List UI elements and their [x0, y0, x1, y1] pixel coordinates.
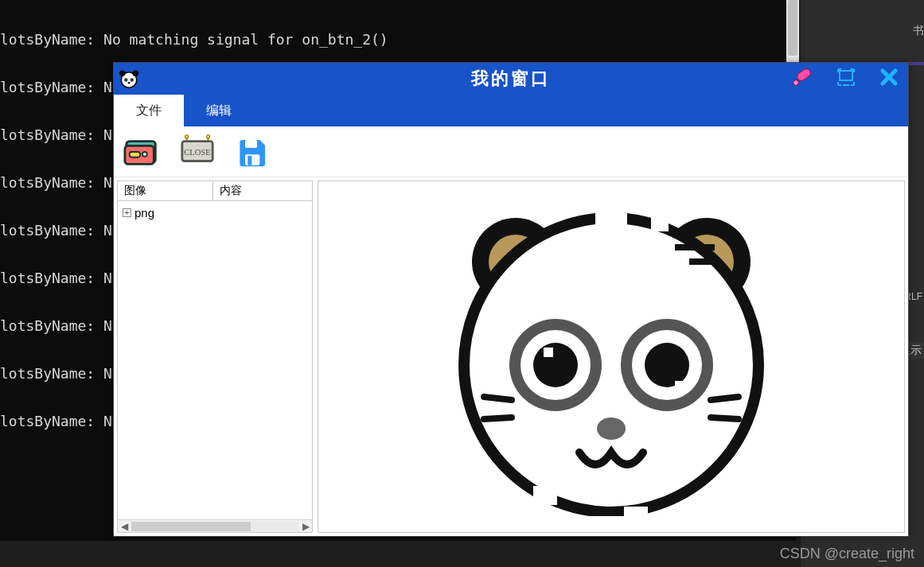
tree-col-image[interactable]: 图像 — [118, 181, 213, 200]
svg-rect-14 — [130, 152, 140, 157]
svg-line-45 — [484, 397, 512, 400]
svg-rect-32 — [533, 486, 557, 505]
svg-rect-23 — [248, 156, 251, 165]
svg-point-15 — [142, 152, 147, 157]
save-icon — [237, 136, 269, 168]
svg-point-2 — [133, 71, 139, 77]
open-folder-icon — [123, 134, 160, 170]
close-sign-icon: CLOSE — [179, 134, 216, 170]
svg-rect-8 — [840, 71, 852, 80]
svg-point-5 — [128, 82, 130, 83]
svg-line-46 — [484, 417, 512, 419]
menu-file[interactable]: 文件 — [114, 95, 184, 126]
image-viewer — [318, 181, 905, 533]
title-bar[interactable]: 我的窗口 — [114, 63, 908, 95]
svg-rect-24 — [245, 140, 257, 148]
minimize-button[interactable] — [792, 66, 814, 88]
svg-point-3 — [124, 78, 128, 82]
app-window: 我的窗口 文 — [113, 62, 909, 537]
svg-point-44 — [597, 417, 626, 440]
marker-icon — [792, 66, 814, 88]
content-area: 图像 内容 + png ◀ ▶ — [114, 177, 908, 536]
svg-rect-43 — [675, 381, 684, 390]
close-button[interactable] — [878, 66, 900, 88]
close-icon — [878, 66, 900, 88]
svg-rect-33 — [624, 507, 648, 516]
svg-rect-34 — [675, 244, 715, 250]
svg-rect-7 — [793, 80, 799, 86]
watermark: CSDN @create_right — [780, 546, 914, 562]
svg-line-48 — [711, 417, 739, 419]
panda-image — [436, 198, 786, 516]
toolbar: CLOSE — [114, 126, 908, 177]
close-file-button[interactable]: CLOSE — [179, 134, 216, 170]
svg-line-47 — [711, 397, 739, 400]
open-button[interactable] — [123, 134, 160, 170]
svg-point-42 — [645, 343, 689, 387]
scroll-right-icon[interactable]: ▶ — [299, 521, 312, 532]
menu-edit[interactable]: 编辑 — [184, 95, 254, 126]
tree-header: 图像 内容 — [118, 181, 312, 201]
fullscreen-icon — [835, 66, 857, 88]
svg-rect-31 — [651, 217, 669, 231]
tree-panel: 图像 内容 + png ◀ ▶ — [117, 181, 313, 533]
svg-rect-39 — [544, 348, 553, 357]
tree-item-label: png — [135, 206, 154, 219]
tree-row-root[interactable]: + png — [121, 204, 309, 221]
maximize-button[interactable] — [835, 66, 857, 88]
save-button[interactable] — [235, 134, 271, 170]
svg-rect-30 — [595, 212, 627, 228]
console-line: lotsByName: No matching signal for on_bt… — [0, 32, 796, 48]
svg-point-38 — [533, 343, 578, 387]
svg-rect-22 — [245, 154, 259, 165]
bookmark-label: 书 — [913, 24, 924, 38]
tree-hscrollbar[interactable]: ◀ ▶ — [118, 519, 312, 532]
svg-text:CLOSE: CLOSE — [184, 147, 210, 156]
app-icon — [117, 67, 141, 91]
scroll-track[interactable] — [131, 522, 298, 531]
tree-body[interactable]: + png — [118, 201, 312, 519]
scroll-left-icon[interactable]: ◀ — [118, 521, 131, 532]
svg-point-4 — [131, 78, 135, 82]
menu-bar: 文件 编辑 — [114, 95, 908, 126]
scroll-thumb[interactable] — [131, 522, 251, 531]
console-scrollbar-thumb[interactable] — [788, 0, 797, 56]
svg-point-17 — [185, 134, 188, 138]
tree-col-content[interactable]: 内容 — [213, 181, 248, 200]
svg-rect-35 — [689, 258, 721, 265]
window-title: 我的窗口 — [471, 67, 551, 91]
svg-point-19 — [206, 134, 209, 138]
svg-point-1 — [119, 71, 126, 77]
expand-icon[interactable]: + — [123, 208, 131, 217]
svg-rect-6 — [796, 68, 812, 83]
